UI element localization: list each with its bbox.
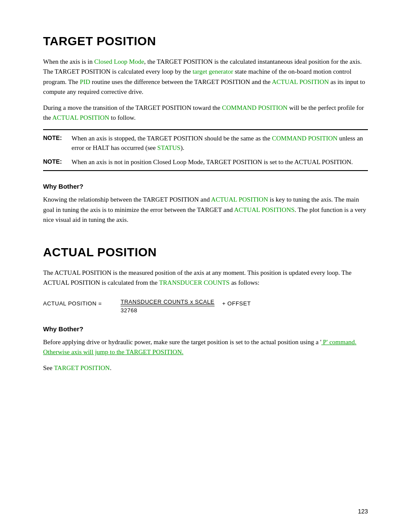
formula-numerator: TRANSDUCER COUNTS x SCALE: [121, 299, 215, 306]
actual-position-title: ACTUAL POSITION: [43, 246, 368, 259]
whybother1-title: Why Bother?: [43, 181, 368, 191]
target-position-para2: During a move the transition of the TARG…: [43, 103, 368, 123]
whybother1-para: Knowing the relationship between the TAR…: [43, 195, 368, 225]
tp-p1-link3[interactable]: PID: [80, 78, 90, 85]
target-position-para1: When the axis is in Closed Loop Mode, th…: [43, 57, 368, 97]
see-text: See: [43, 364, 54, 371]
whybother2-see: See TARGET POSITION.: [43, 363, 368, 373]
tp-p1-text4: routine uses the difference between the …: [90, 78, 272, 85]
note1-text: When an axis is stopped, the TARGET POSI…: [72, 134, 368, 153]
wb1-link1[interactable]: ACTUAL POSITION: [211, 196, 268, 203]
page: TARGET POSITION When the axis is in Clos…: [0, 0, 411, 532]
wb1-link2[interactable]: ACTUAL POSITIONS: [234, 206, 295, 213]
note-row-1: NOTE: When an axis is stopped, the TARGE…: [43, 134, 368, 153]
whybother2-para: Before applying drive or hydraulic power…: [43, 337, 368, 358]
note2-label: NOTE:: [43, 157, 70, 167]
whybother2-title: Why Bother?: [43, 324, 368, 334]
wb2-text1: Before applying drive or hydraulic power…: [43, 339, 321, 345]
tp-p1-text1: When the axis is in: [43, 58, 94, 65]
see-end: .: [110, 364, 112, 371]
page-number: 123: [358, 508, 368, 515]
ap-p1-text2: as follows:: [230, 279, 259, 286]
note-row-2: NOTE: When an axis is not in position Cl…: [43, 157, 368, 167]
note1-text1: When an axis is stopped, the TARGET POSI…: [72, 135, 272, 142]
formula-rhs: TRANSDUCER COUNTS x SCALE 32768: [121, 299, 215, 314]
tp-p2-text1: During a move the transition of the TARG…: [43, 104, 222, 111]
actual-position-para1: The ACTUAL POSITION is the measured posi…: [43, 268, 368, 288]
note1-link1[interactable]: COMMAND POSITION: [272, 135, 337, 142]
target-position-title: TARGET POSITION: [43, 34, 368, 48]
tp-p1-link4[interactable]: ACTUAL POSITION: [272, 78, 329, 85]
note-block: NOTE: When an axis is stopped, the TARGE…: [43, 129, 368, 171]
wb2-link1[interactable]: P' command: [321, 339, 355, 345]
note2-text: When an axis is not in position Closed L…: [72, 157, 368, 167]
formula-denominator: 32768: [121, 306, 137, 314]
note1-link2[interactable]: STATUS: [157, 144, 181, 151]
note1-label: NOTE:: [43, 134, 70, 153]
tp-p2-link2[interactable]: ACTUAL POSITION: [52, 114, 109, 121]
ap-p1-link1[interactable]: TRANSDUCER COUNTS: [159, 279, 230, 286]
tp-p2-text3: to follow.: [109, 114, 136, 121]
note1-text3: ).: [181, 144, 184, 151]
see-link[interactable]: TARGET POSITION: [54, 364, 110, 371]
tp-p1-link2[interactable]: target generator: [193, 68, 233, 75]
formula-block: ACTUAL POSITION = TRANSDUCER COUNTS x SC…: [43, 299, 368, 314]
wb1-text1: Knowing the relationship between the TAR…: [43, 196, 211, 203]
formula-lhs: ACTUAL POSITION =: [43, 299, 121, 307]
tp-p1-link1[interactable]: Closed Loop Mode: [94, 58, 144, 65]
tp-p2-link1[interactable]: COMMAND POSITION: [222, 104, 287, 111]
formula-offset: + OFFSET: [215, 299, 251, 307]
